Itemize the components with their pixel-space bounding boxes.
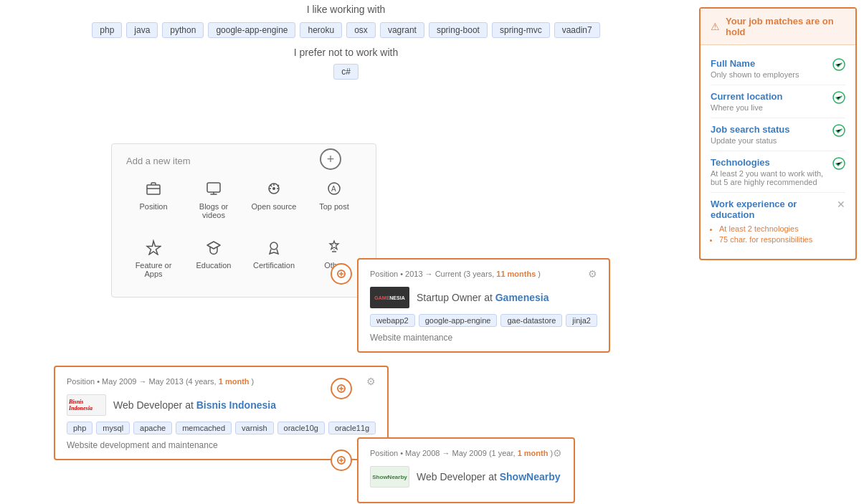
shownearby-card: Position • May 2008 → May 2009 (1 year, … xyxy=(357,437,575,503)
like-tag[interactable]: php xyxy=(92,22,122,38)
bisnis-gear[interactable]: ⚙ xyxy=(366,376,376,387)
requirement-item: 75 char. for responsibilities xyxy=(719,235,831,244)
bisnis-company-row: Bisnis Indonesia Web Developer at Bisnis… xyxy=(67,394,376,416)
status-ok-icon-current-location xyxy=(832,91,845,107)
add-item-position[interactable]: Position xyxy=(126,176,181,224)
bisnis-header: Position • May 2009 → May 2013 (4 years,… xyxy=(67,376,376,387)
blogs-label: Blogs or videos xyxy=(189,202,238,219)
add-item-certification[interactable]: Certification xyxy=(247,235,301,282)
profile-item-content-work-experience: Work experience or educationAt least 2 t… xyxy=(711,199,831,246)
status-ok-icon-job-search-status xyxy=(832,124,845,140)
other-icon xyxy=(326,239,342,258)
gamenesia-logo: GAMENESIA xyxy=(370,287,409,308)
prefer-not-tag[interactable]: c# xyxy=(333,64,359,80)
shownearby-company-row: ShowNearby Web Developer at ShowNearby xyxy=(370,466,562,488)
timeline-dot-gamenesia[interactable] xyxy=(331,263,352,285)
top-post-icon: A xyxy=(326,181,342,199)
gamenesia-company-row: GAMENESIA Startup Owner at Gamenesia xyxy=(370,287,597,308)
gamenesia-gear[interactable]: ⚙ xyxy=(588,268,597,280)
bisnis-link[interactable]: Bisnis Indonesia xyxy=(196,399,276,411)
gamenesia-meta: Position • 2013 → Current (3 years, 11 m… xyxy=(370,270,541,278)
bisnis-desc: Website development and maintenance xyxy=(67,440,376,450)
like-tag[interactable]: python xyxy=(162,22,204,38)
position-tag[interactable]: mysql xyxy=(96,422,130,434)
shownearby-title: Web Developer at ShowNearby xyxy=(417,471,561,482)
warning-icon: ⚠ xyxy=(711,21,720,32)
position-tag[interactable]: varnish xyxy=(235,422,273,434)
svg-point-4 xyxy=(272,187,275,190)
profile-item-title-current-location[interactable]: Current location xyxy=(711,91,827,102)
bisnis-logo: Bisnis Indonesia xyxy=(67,394,106,416)
like-tag[interactable]: java xyxy=(126,22,158,38)
profile-item-job-search-status: Job search statusUpdate your status xyxy=(711,118,845,151)
svg-point-7 xyxy=(270,242,277,249)
position-tag[interactable]: oracle11g xyxy=(328,422,376,434)
profile-item-content-technologies: TechnologiesAt least 2 you want to work … xyxy=(711,157,827,186)
education-icon xyxy=(206,239,222,258)
add-item-top-post[interactable]: ATop post xyxy=(307,176,361,224)
certification-label: Certification xyxy=(253,261,295,270)
close-btn-work-experience[interactable]: ✕ xyxy=(837,199,845,210)
add-item-open-source[interactable]: Open source xyxy=(247,176,301,224)
bisnis-dot[interactable] xyxy=(331,378,352,399)
add-item-feature-apps[interactable]: Feature or Apps xyxy=(126,235,181,282)
profile-item-content-current-location: Current locationWhere you live xyxy=(711,91,827,112)
gamenesia-dot[interactable] xyxy=(331,263,352,285)
position-tag[interactable]: gae-datastore xyxy=(500,314,562,327)
like-tags-group: phpjavapythongoogle-app-engineherokuosxv… xyxy=(57,22,635,38)
gamenesia-header: Position • 2013 → Current (3 years, 11 m… xyxy=(370,268,597,280)
timeline-add-dot[interactable]: + xyxy=(320,148,341,170)
add-item-education[interactable]: Education xyxy=(186,235,241,282)
like-tag[interactable]: vagrant xyxy=(380,22,424,38)
prefer-not-label: I prefer not to work with xyxy=(57,47,635,58)
like-tag[interactable]: google-app-engine xyxy=(208,22,295,38)
profile-item-sub-job-search-status: Update your status xyxy=(711,136,827,145)
profile-item-current-location: Current locationWhere you live xyxy=(711,85,845,118)
position-card-gamenesia: Position • 2013 → Current (3 years, 11 m… xyxy=(357,258,610,360)
education-label: Education xyxy=(196,261,232,270)
like-tag[interactable]: spring-boot xyxy=(429,22,488,38)
certification-icon xyxy=(266,239,282,258)
like-tag[interactable]: heroku xyxy=(300,22,342,38)
profile-item-work-experience: Work experience or educationAt least 2 t… xyxy=(711,193,845,252)
status-ok-icon-full-name xyxy=(832,58,845,74)
bisnis-meta: Position • May 2009 → May 2013 (4 years,… xyxy=(67,377,254,386)
position-label: Position xyxy=(139,202,167,211)
bisnis-title: Web Developer at Bisnis Indonesia xyxy=(113,399,276,411)
shownearby-link[interactable]: ShowNearby xyxy=(500,471,561,482)
like-tag[interactable]: osx xyxy=(346,22,376,38)
timeline-dot-shownearby[interactable] xyxy=(331,450,352,471)
profile-item-title-work-experience[interactable]: Work experience or education xyxy=(711,199,831,220)
position-tag[interactable]: jinja2 xyxy=(566,314,597,327)
gamenesia-link[interactable]: Gamenesia xyxy=(495,292,549,303)
profile-item-title-full-name[interactable]: Full Name xyxy=(711,58,827,69)
like-tag[interactable]: spring-mvc xyxy=(492,22,550,38)
prefer-not-tags-group: c# xyxy=(57,64,635,80)
job-matches-header: ⚠ Your job matches are on hold xyxy=(701,9,855,45)
position-icon xyxy=(146,181,161,199)
profile-item-title-technologies[interactable]: Technologies xyxy=(711,157,827,168)
requirements-list-work-experience: At least 2 technologies75 char. for resp… xyxy=(711,222,831,244)
svg-text:A: A xyxy=(331,185,336,193)
shownearby-meta: Position • May 2008 → May 2009 (1 year, … xyxy=(370,449,553,457)
position-tag[interactable]: oracle10g xyxy=(277,422,325,434)
svg-rect-2 xyxy=(207,183,220,192)
technologies-section: I like working with phpjavapythongoogle-… xyxy=(0,0,692,96)
position-card-shownearby: Position • May 2008 → May 2009 (1 year, … xyxy=(357,437,575,504)
like-tag[interactable]: vaadin7 xyxy=(554,22,600,38)
position-tag[interactable]: google-app-engine xyxy=(419,314,498,327)
timeline-dot-bisnis[interactable] xyxy=(331,378,352,399)
gamenesia-card: Position • 2013 → Current (3 years, 11 m… xyxy=(357,258,610,353)
requirement-item: At least 2 technologies xyxy=(719,224,831,233)
add-item-blogs[interactable]: Blogs or videos xyxy=(186,176,241,224)
add-item-dot[interactable]: + xyxy=(320,148,341,170)
position-tag[interactable]: webapp2 xyxy=(370,314,415,327)
position-tag[interactable]: apache xyxy=(133,422,172,434)
position-tag[interactable]: php xyxy=(67,422,92,434)
bisnis-tags: phpmysqlapachememcachedvarnishoracle10go… xyxy=(67,422,376,434)
position-tag[interactable]: memcached xyxy=(176,422,232,434)
shownearby-gear[interactable]: ⚙ xyxy=(553,447,562,459)
profile-item-title-job-search-status[interactable]: Job search status xyxy=(711,124,827,135)
shownearby-dot[interactable] xyxy=(331,450,352,471)
profile-item-content-job-search-status: Job search statusUpdate your status xyxy=(711,124,827,145)
